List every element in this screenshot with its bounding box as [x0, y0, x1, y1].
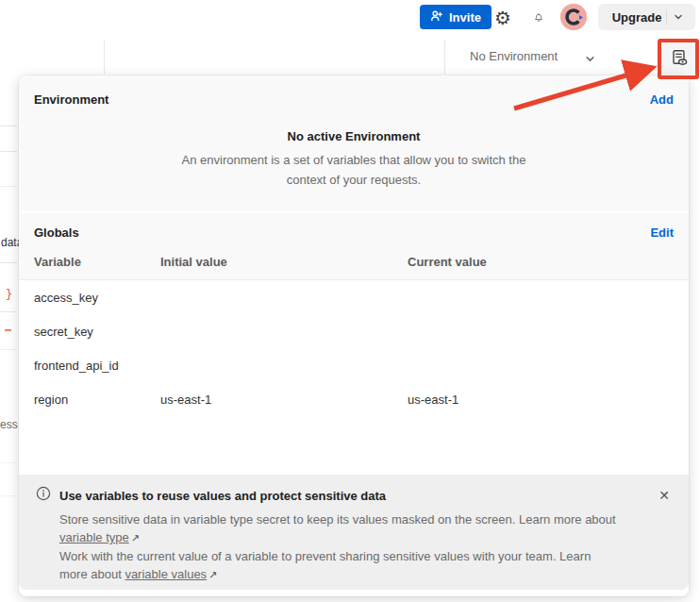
current-value: us-east-1 [408, 393, 674, 407]
banner-title: Use variables to reuse values and protec… [59, 489, 646, 503]
spacer [19, 416, 689, 475]
table-row[interactable]: secret_key [19, 314, 689, 348]
invite-label: Invite [449, 10, 481, 25]
environment-quick-look-button[interactable] [661, 42, 696, 75]
chevron-down-icon[interactable] [585, 51, 595, 68]
invite-user-icon [430, 9, 443, 25]
table-row[interactable]: region us-east-1 us-east-1 [19, 382, 689, 416]
variable-name: region [34, 393, 160, 407]
globals-section-header: Globals Edit Variable Initial value Curr… [19, 213, 689, 280]
background-text-fragment: ess [0, 418, 18, 431]
external-link-icon: ↗ [131, 532, 140, 543]
divider [0, 125, 17, 126]
column-current-value: Current value [408, 255, 674, 269]
globals-title: Globals [34, 226, 79, 240]
external-link-icon: ↗ [208, 569, 217, 580]
table-row[interactable]: access_key [19, 280, 689, 314]
edit-globals-link[interactable]: Edit [650, 226, 674, 240]
no-active-environment-title: No active Environment [19, 129, 689, 143]
user-avatar[interactable] [560, 4, 587, 30]
app-window: data } ess Invite ⚙ [0, 0, 700, 602]
environment-section-title: Environment [34, 92, 108, 107]
globals-table-body: access_key secret_key frontend_api_id re… [19, 280, 689, 475]
table-row[interactable]: frontend_api_id [19, 348, 689, 382]
info-icon [36, 486, 51, 505]
settings-gear-icon[interactable]: ⚙ [492, 8, 513, 28]
divider [0, 186, 17, 187]
background-mark [5, 329, 11, 331]
divider [0, 262, 17, 263]
environment-quick-look-icon [670, 48, 689, 70]
divider [0, 349, 17, 350]
notifications-bell-icon[interactable] [528, 8, 549, 28]
environment-description: An environment is a set of variables tha… [19, 150, 689, 190]
chevron-down-icon[interactable] [667, 12, 690, 22]
divider [0, 462, 17, 463]
variable-name: access_key [34, 291, 160, 305]
top-bar: Invite ⚙ Upgrade [0, 0, 700, 40]
globals-table-header: Variable Initial value Current value [19, 255, 689, 269]
divider [0, 311, 17, 312]
variable-type-link[interactable]: variable type [59, 530, 129, 544]
variable-name: secret_key [34, 325, 160, 339]
banner-text-secret: Store sensitive data in variable type se… [59, 510, 622, 547]
variables-info-banner: Use variables to reuse values and protec… [19, 475, 689, 590]
variable-name: frontend_api_id [34, 359, 160, 373]
pane-divider [104, 40, 105, 75]
divider [0, 151, 17, 152]
upgrade-button[interactable]: Upgrade [598, 4, 695, 30]
environment-quick-look-panel: Environment Add No active Environment An… [19, 75, 689, 596]
upgrade-label: Upgrade [604, 10, 666, 25]
environment-toolbar: No Environment [0, 39, 700, 75]
column-variable: Variable [34, 255, 160, 269]
variable-values-link[interactable]: variable values [125, 567, 207, 581]
background-code-fragment: } [6, 288, 12, 301]
invite-button[interactable]: Invite [420, 5, 492, 29]
divider [0, 495, 17, 496]
environment-section: Environment Add No active Environment An… [19, 75, 689, 213]
add-environment-link[interactable]: Add [650, 92, 674, 107]
close-icon[interactable]: ✕ [655, 488, 674, 503]
pane-divider [444, 40, 445, 75]
initial-value: us-east-1 [160, 393, 408, 407]
environment-selector[interactable]: No Environment [470, 49, 558, 63]
column-initial-value: Initial value [160, 255, 408, 269]
banner-text-current-value: Work with the current value of a variabl… [59, 547, 622, 584]
